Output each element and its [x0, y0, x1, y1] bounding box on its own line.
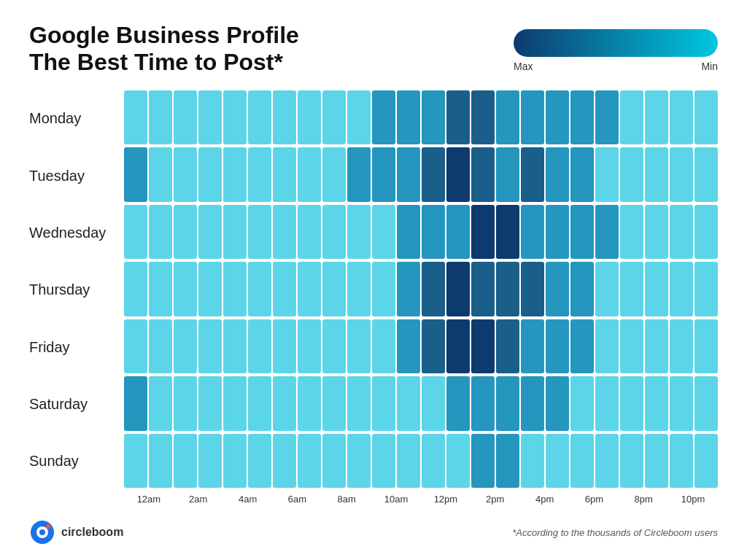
- heatmap-cell: [670, 434, 693, 489]
- heatmap-cell: [546, 205, 569, 259]
- heatmap-cell: [248, 90, 271, 144]
- heatmap-cell: [397, 262, 420, 316]
- heatmap-cell: [570, 262, 594, 316]
- heatmap-cell: [595, 90, 619, 144]
- heatmap-cell: [397, 205, 420, 259]
- heatmap-cell: [198, 434, 222, 489]
- heatmap-cell: [570, 434, 594, 489]
- heatmap-cell: [372, 262, 395, 316]
- heatmap-cell: [397, 90, 420, 144]
- y-axis: MondayTuesdayWednesdayThursdayFridaySatu…: [29, 90, 124, 512]
- heatmap-cell: [446, 205, 470, 259]
- heatmap-cell: [298, 205, 321, 259]
- heatmap-cell: [174, 262, 197, 316]
- heatmap-cell: [670, 376, 693, 430]
- heatmap-cell: [273, 376, 296, 430]
- heatmap-cell: [124, 262, 147, 316]
- y-label-friday: Friday: [29, 320, 117, 375]
- heatmap-cell: [322, 376, 346, 430]
- heatmap-cell: [422, 376, 445, 430]
- heatmap-cell: [446, 147, 470, 201]
- heatmap-cell: [471, 319, 495, 373]
- heatmap-cell: [372, 147, 395, 201]
- heatmap-cell: [298, 147, 321, 201]
- y-label-tuesday: Tuesday: [29, 149, 117, 203]
- heatmap-cell: [174, 434, 197, 489]
- heatmap-cell: [198, 205, 222, 259]
- heatmap-cell: [124, 147, 147, 201]
- heatmap-cell: [595, 262, 619, 316]
- x-label-12pm: 12pm: [421, 494, 471, 512]
- heatmap-cell: [248, 434, 271, 489]
- heatmap-cell: [347, 434, 371, 489]
- heatmap-cell: [496, 147, 519, 201]
- heatmap-cell: [223, 262, 247, 316]
- heatmap-cell: [471, 205, 495, 259]
- heatmap-cell: [273, 434, 296, 489]
- heatmap-cell: [273, 205, 296, 259]
- heatmap-cell: [471, 434, 495, 489]
- heatmap-cell: [546, 262, 569, 316]
- heatmap-cell: [670, 319, 693, 373]
- page-container: Google Business Profile The Best Time to…: [0, 0, 747, 560]
- heatmap-cell: [298, 376, 321, 430]
- heatmap-cell: [223, 319, 247, 373]
- heatmap-cell: [223, 434, 247, 489]
- heatmap-cell: [273, 319, 296, 373]
- heatmap-cell: [124, 319, 147, 373]
- heatmap-cell: [174, 147, 197, 201]
- heatmap-cell: [273, 90, 296, 144]
- heatmap-cell: [471, 147, 495, 201]
- heatmap-cell: [422, 434, 445, 489]
- y-label-saturday: Saturday: [29, 377, 117, 432]
- heatmap-cell: [446, 376, 470, 430]
- heatmap-cell: [496, 205, 519, 259]
- heatmap-cell: [620, 376, 643, 430]
- heatmap-cell: [124, 90, 147, 144]
- heatmap-cell: [471, 90, 495, 144]
- heatmap-cell: [670, 262, 693, 316]
- footnote: *According to the thousands of Circleboo…: [512, 527, 718, 538]
- heatmap-cell: [372, 434, 395, 489]
- heatmap-cell: [397, 434, 420, 489]
- heatmap-cell: [174, 90, 197, 144]
- y-label-sunday: Sunday: [29, 434, 117, 489]
- svg-point-2: [39, 529, 45, 535]
- heatmap-cell: [645, 319, 668, 373]
- x-label-2am: 2am: [174, 494, 223, 512]
- heatmap-cell: [149, 90, 172, 144]
- heatmap-cell: [124, 434, 147, 489]
- heatmap-cell: [273, 147, 296, 201]
- heatmap-cell: [372, 90, 395, 144]
- logo-area: circleboom: [29, 519, 123, 545]
- heatmap-cell: [694, 147, 718, 201]
- heatmap-cell: [620, 262, 643, 316]
- heatmap-cell: [521, 90, 544, 144]
- heatmap-cell: [347, 147, 371, 201]
- heatmap-cell: [397, 319, 420, 373]
- heatmap-cell: [422, 205, 445, 259]
- main-title-line1: Google Business Profile: [29, 22, 299, 49]
- heatmap-cell: [546, 376, 569, 430]
- x-label-4am: 4am: [223, 494, 273, 512]
- heatmap-cell: [521, 434, 544, 489]
- heatmap-cell: [322, 147, 346, 201]
- heatmap-cell: [149, 205, 172, 259]
- heatmap-cell: [645, 376, 668, 430]
- heatmap-cell: [620, 434, 643, 489]
- heatmap-cell: [347, 205, 371, 259]
- heatmap-cell: [570, 319, 594, 373]
- heatmap-cell: [298, 434, 321, 489]
- heatmap-cell: [149, 319, 172, 373]
- heatmap-cell: [546, 147, 569, 201]
- heatmap-cell: [496, 262, 519, 316]
- heatmap-cell: [397, 147, 420, 201]
- x-label-2pm: 2pm: [471, 494, 520, 512]
- heatmap-cell: [149, 434, 172, 489]
- heatmap-cell: [496, 376, 519, 430]
- heatmap-cell: [322, 205, 346, 259]
- header-area: Google Business Profile The Best Time to…: [29, 22, 718, 76]
- svg-point-3: [46, 524, 50, 529]
- heatmap-cell: [670, 90, 693, 144]
- heatmap-row-thursday: [124, 262, 718, 316]
